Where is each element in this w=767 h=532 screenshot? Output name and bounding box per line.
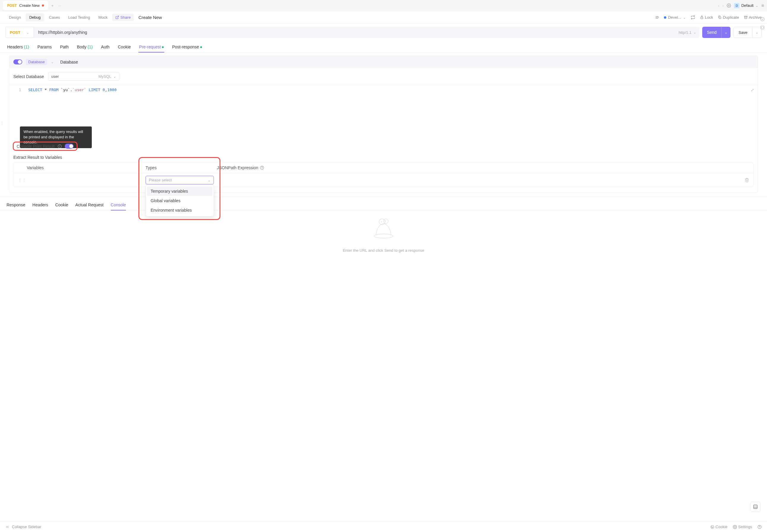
url-input[interactable] (34, 30, 676, 35)
save-label: Save (734, 30, 752, 35)
col-jsonpath: JSONPath Expression (217, 165, 749, 170)
request-tabs: Headers (1) Params Path Body (1) Auth Co… (0, 41, 767, 53)
lock-label: Lock (705, 15, 713, 20)
tab-response[interactable]: Response (7, 201, 25, 210)
console-print-toggle[interactable] (65, 144, 74, 149)
bottom-tabs: Response Headers Cookie Actual Request C… (0, 197, 767, 210)
share-label: Share (120, 15, 131, 20)
menu-icon[interactable]: ≡ (761, 3, 764, 8)
archive-button[interactable]: Archive (744, 15, 762, 20)
chevron-down-icon: ⌄ (683, 15, 686, 20)
tab-post-response[interactable]: Post-response (171, 42, 202, 52)
chevron-down-icon: ⌄ (755, 4, 758, 8)
lock-button[interactable]: Lock (700, 15, 713, 20)
url-row: POST ⌄ http/1.1 ⌄ Send ⌄ Save ⌄ (0, 24, 767, 41)
tab-bottom-headers[interactable]: Headers (32, 201, 48, 210)
add-tab-icon[interactable]: ＋ (50, 3, 54, 8)
protocol-label: http/1.1 (679, 30, 691, 35)
sql-code: SELECT * FROM `yu`.`user` LIMIT 0,1000 (28, 88, 116, 92)
database-selector[interactable]: user MySQL⌄ (48, 72, 119, 81)
variable-row: ⋮⋮ Please select ⌄ (14, 173, 753, 187)
option-env-variables[interactable]: Environment variables (147, 205, 212, 215)
protocol-selector[interactable]: http/1.1 ⌄ (676, 30, 699, 35)
code-panel-icon[interactable] (759, 24, 765, 30)
console-print-result-box: Console Print Result (13, 142, 77, 151)
bottom-panel: Response Headers Cookie Actual Request C… (0, 197, 767, 256)
type-select[interactable]: Please select ⌄ (145, 176, 214, 184)
tab-headers[interactable]: Headers (1) (7, 42, 30, 52)
trash-icon[interactable] (745, 178, 749, 182)
method-label: POST (10, 30, 20, 35)
run-env-selector[interactable]: Devel... ⌄ (664, 15, 686, 20)
run-env-label: Devel... (668, 15, 681, 20)
panel-header: Database ⌄ Database (9, 56, 758, 68)
nav-back-icon[interactable]: ‹ (718, 3, 719, 8)
svg-point-0 (728, 5, 730, 6)
panel-title: Database (60, 60, 78, 64)
top-tabbar: POST Create New ＋ ··· ‹ › D Default ⌄ ≡ (0, 0, 767, 11)
chevron-down-icon: ⌄ (26, 30, 29, 35)
tab-design[interactable]: Design (5, 13, 24, 21)
method-selector[interactable]: POST ⌄ (5, 27, 34, 38)
option-global-variables[interactable]: Global variables (147, 196, 212, 205)
tab-actual-request[interactable]: Actual Request (75, 201, 104, 210)
svg-point-17 (384, 219, 388, 224)
duplicate-button[interactable]: Duplicate (718, 15, 739, 20)
tab-method: POST (7, 4, 17, 8)
send-dropdown[interactable]: ⌄ (721, 27, 730, 38)
help-icon[interactable] (260, 166, 264, 170)
select-database-row: Select Database user MySQL⌄ (9, 68, 758, 85)
environment-selector[interactable]: D Default ⌄ (734, 3, 758, 8)
save-button[interactable]: Save ⌄ (733, 27, 762, 38)
database-name: user (51, 74, 59, 79)
drag-handle-icon[interactable]: ⋮⋮ (0, 121, 4, 126)
variables-header: Variables Types JSONPath Expression (14, 162, 753, 173)
tab-auth[interactable]: Auth (100, 42, 110, 52)
tab-cookie[interactable]: Cookie (117, 42, 132, 52)
tab-debug[interactable]: Debug (26, 13, 44, 21)
extract-result-label: Extract Result to Variables (9, 151, 758, 162)
chevron-down-icon: ⌄ (208, 178, 211, 182)
nav-fwd-icon[interactable]: › (722, 3, 724, 8)
chevron-down-icon: ⌄ (755, 30, 758, 34)
svg-point-18 (381, 221, 382, 222)
request-tab[interactable]: POST Create New (3, 1, 48, 10)
env-label: Default (741, 3, 753, 8)
prerequest-panel-wrap: ⋮⋮ Database ⌄ Database Select Database u… (0, 53, 767, 193)
tab-load-testing[interactable]: Load Testing (65, 13, 94, 21)
tab-overflow-icon[interactable]: ··· (58, 3, 61, 8)
active-dot-icon (162, 46, 164, 48)
tab-path[interactable]: Path (59, 42, 69, 52)
sql-editor[interactable]: ⤢ 1 SELECT * FROM `yu`.`user` LIMIT 0,10… (9, 85, 758, 140)
share-button[interactable]: Share (112, 14, 134, 21)
drag-handle-icon[interactable]: ⋮⋮ (18, 178, 27, 183)
page-title: Create New (138, 15, 162, 20)
tab-mock[interactable]: Mock (95, 13, 111, 21)
empty-state: Enter the URL and click Send to get a re… (0, 210, 767, 256)
check-circle-icon[interactable] (759, 16, 765, 22)
tab-cases[interactable]: Cases (45, 13, 64, 21)
tab-console[interactable]: Console (111, 201, 126, 210)
configure-icon[interactable] (655, 15, 659, 20)
tab-title: Create New (19, 3, 40, 8)
tab-bottom-cookie[interactable]: Cookie (55, 201, 68, 210)
info-icon[interactable] (58, 144, 62, 148)
col-types: Types (145, 165, 217, 170)
tab-pre-request[interactable]: Pre-request (138, 42, 164, 52)
svg-point-19 (385, 221, 386, 221)
switch-icon[interactable] (691, 15, 695, 20)
enable-toggle[interactable] (13, 59, 22, 64)
env-badge: D (734, 3, 739, 8)
gear-icon[interactable] (727, 3, 731, 8)
select-database-label: Select Database (13, 74, 44, 79)
option-temp-variables[interactable]: Temporary variables (147, 186, 212, 196)
sub-tabbar: Design Debug Cases Load Testing Mock Sha… (0, 11, 767, 24)
chevron-down-icon[interactable]: ⌄ (51, 60, 54, 64)
send-button[interactable]: Send ⌄ (702, 27, 731, 38)
svg-point-15 (374, 234, 393, 238)
expand-icon[interactable]: ⤢ (751, 88, 754, 92)
step-type-chip[interactable]: Database (26, 59, 47, 65)
svg-point-8 (760, 17, 764, 21)
tab-body[interactable]: Body (1) (76, 42, 93, 52)
tab-params[interactable]: Params (37, 42, 52, 52)
